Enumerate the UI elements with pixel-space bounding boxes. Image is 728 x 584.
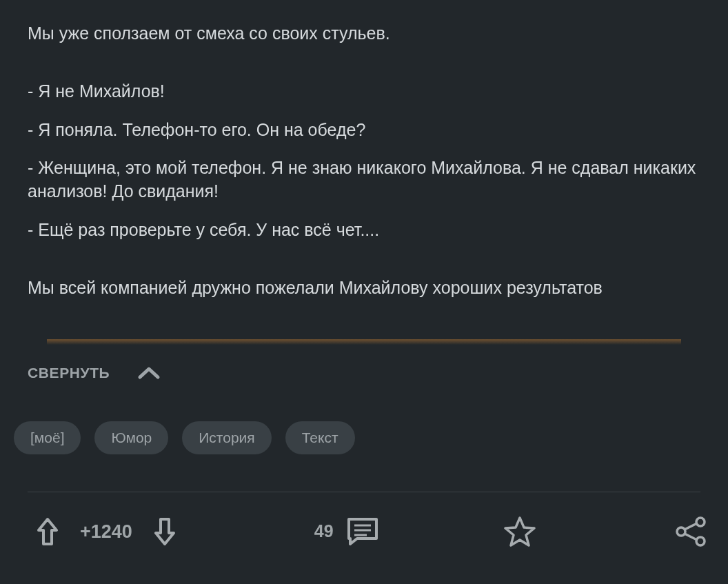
fade-overlay (0, 330, 728, 346)
collapse-button[interactable]: СВЕРНУТЬ (0, 345, 728, 383)
post-text-line: - Я не Михайлов! (28, 80, 700, 103)
post-text-line: - Я поняла. Телефон-то его. Он на обеде? (28, 119, 700, 142)
tags-row: [моё] Юмор История Текст (0, 383, 728, 454)
svg-point-3 (696, 518, 705, 526)
post-text-line: Мы всей компанией дружно пожелали Михайл… (28, 276, 700, 300)
comments-count: 49 (314, 520, 334, 543)
post-text-line: Мы уже сползаем от смеха со своих стулье… (28, 22, 700, 46)
blank-line (28, 61, 700, 80)
post-text-line: - Женщина, это мой телефон. Я не знаю ни… (28, 157, 700, 203)
tag[interactable]: История (182, 421, 271, 454)
post-footer: +1240 49 (0, 492, 728, 547)
upvote-button[interactable] (36, 516, 59, 547)
svg-point-5 (696, 537, 705, 545)
downvote-button[interactable] (153, 516, 176, 547)
share-button[interactable] (674, 516, 707, 547)
svg-point-4 (677, 527, 685, 536)
chevron-up-icon (137, 365, 161, 381)
favorite-button[interactable] (503, 516, 536, 547)
tag[interactable]: [моё] (14, 421, 81, 454)
svg-line-6 (685, 523, 697, 530)
blank-line (28, 257, 700, 276)
comment-icon (346, 516, 379, 547)
star-icon (503, 516, 536, 547)
rating-group: +1240 (36, 516, 176, 547)
tag[interactable]: Юмор (94, 421, 168, 454)
tag[interactable]: Текст (285, 421, 355, 454)
svg-line-7 (685, 534, 697, 540)
comments-button[interactable]: 49 (314, 516, 379, 547)
share-icon (674, 516, 707, 547)
rating-score: +1240 (80, 519, 132, 544)
post-text-line: - Ещё раз проверьте у себя. У нас всё че… (28, 219, 700, 242)
post-body: Мы уже сползаем от смеха со своих стулье… (0, 0, 728, 346)
collapse-label: СВЕРНУТЬ (28, 363, 110, 383)
